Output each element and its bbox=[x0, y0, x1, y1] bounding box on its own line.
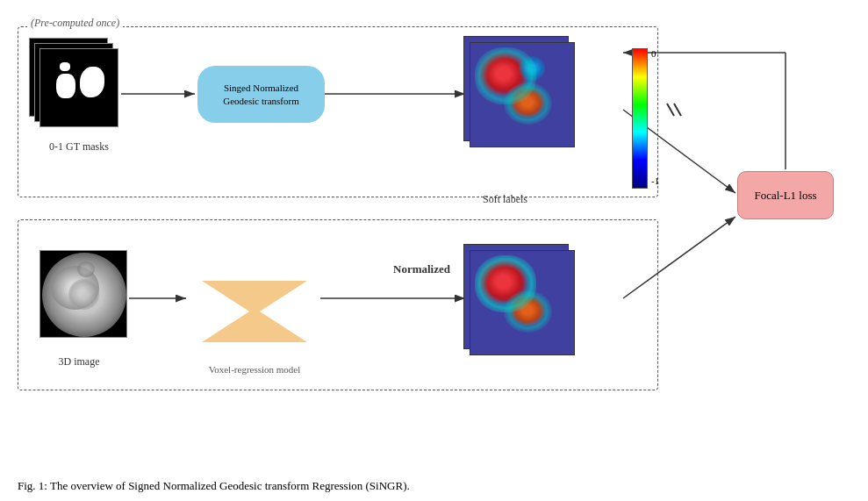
hourglass-shape bbox=[202, 281, 307, 342]
normalized-badge: Normalized bbox=[393, 262, 450, 276]
brain-mri bbox=[42, 253, 126, 337]
focal-loss-box: Focal-L1 loss bbox=[737, 171, 834, 219]
voxel-label: Voxel-regression model bbox=[189, 364, 320, 375]
colorbar bbox=[632, 48, 648, 189]
caption-text: Fig. 1: The overview of Signed Normalize… bbox=[18, 479, 410, 492]
focal-loss-label: Focal-L1 loss bbox=[754, 189, 816, 203]
diagram: (Pre-computed once) 0-1 GT masks bbox=[18, 9, 851, 412]
main-container: (Pre-computed once) 0-1 GT masks bbox=[0, 0, 868, 501]
colorbar-neg1: -1 bbox=[651, 175, 659, 186]
svg-line-9 bbox=[674, 104, 681, 116]
caption: Fig. 1: The overview of Signed Normalize… bbox=[18, 477, 850, 495]
geodesic-label: Singed Normalized Geodesic transform bbox=[223, 82, 298, 107]
geodesic-box: Singed Normalized Geodesic transform bbox=[197, 66, 325, 123]
svg-line-8 bbox=[667, 104, 674, 116]
colorbar-zero: 0 bbox=[651, 48, 656, 59]
soft-label-text: Soft labels bbox=[483, 193, 527, 206]
gt-label: 0-1 GT masks bbox=[39, 140, 118, 154]
voxel-regression-box bbox=[189, 276, 320, 347]
brain-label: 3D image bbox=[35, 355, 123, 369]
precomputed-label: (Pre-computed once) bbox=[27, 17, 123, 30]
